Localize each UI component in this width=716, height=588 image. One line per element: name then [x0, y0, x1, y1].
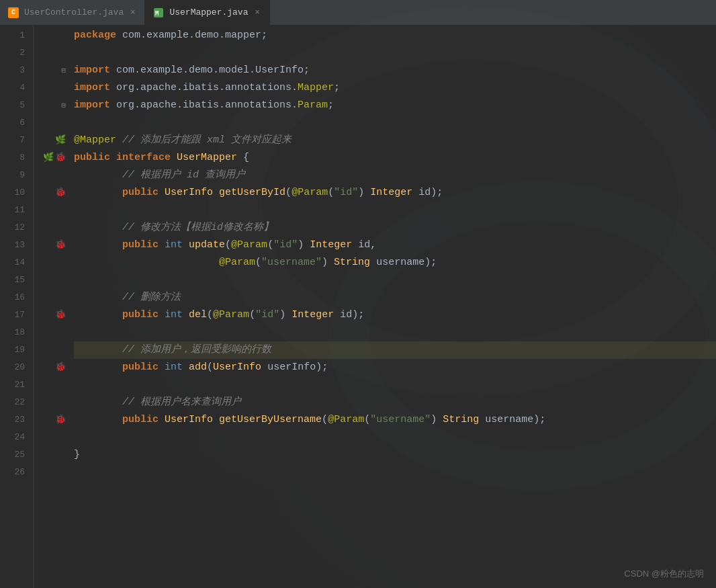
comment-update: // 修改方法【根据id修改名称】: [74, 219, 273, 237]
ln-10: 10: [14, 184, 28, 202]
import-mapper-annotation: Mapper: [298, 79, 334, 97]
debug-icon-20: 🐞: [55, 359, 66, 376]
type-string-1: String: [334, 254, 370, 271]
ln-8: 8: [19, 149, 28, 167]
gutter-8: 🌿 🐞: [34, 149, 69, 167]
package-path: com.example.demo.mapper;: [116, 27, 267, 44]
class-usermapper: UserMapper: [177, 149, 237, 167]
kw-public-1: public: [74, 149, 110, 167]
gutter-22: [34, 394, 69, 411]
watermark: CSDN @粉色的志明: [624, 568, 704, 580]
gutter-24: [34, 429, 69, 446]
gutter-7: 🌿: [34, 132, 69, 149]
type-integer-1: Integer: [370, 184, 412, 202]
paren-20a: (: [207, 359, 213, 376]
code-line-26: [74, 464, 716, 481]
paren-14b: ): [322, 254, 334, 271]
gutter-25: [34, 446, 69, 464]
kw-import-3: import: [74, 97, 110, 114]
import-path-3: org.apache.ibatis.annotations.: [110, 97, 298, 114]
ln-3: 3: [19, 62, 28, 79]
debug-icon-13: 🐞: [55, 237, 66, 254]
gutter-12: [34, 219, 69, 237]
fold-icon-3[interactable]: ⊟: [61, 62, 66, 79]
tab-mapper-close[interactable]: ×: [253, 7, 261, 19]
line-numbers: 1 2 3 4 5 6 7 8 9 10 11 12 13 14 15 16 1…: [0, 26, 34, 588]
gutter-21: [34, 376, 69, 394]
ln-1: 1: [19, 27, 28, 44]
paren-13b: (: [267, 237, 273, 254]
debug-icon-23: 🐞: [55, 411, 66, 429]
code-line-3: import com.example.demo.model.UserInfo;: [74, 62, 716, 79]
code-line-1: package com.example.demo.mapper;: [74, 27, 716, 44]
code-content[interactable]: package com.example.demo.mapper; import …: [69, 26, 716, 588]
method-update: update: [189, 237, 225, 254]
kw-interface: interface: [116, 149, 171, 167]
fold-icon-5[interactable]: ⊟: [61, 97, 66, 114]
ln-18: 18: [14, 324, 28, 341]
tab-bar: C UserController.java × M UserMapper.jav…: [0, 0, 716, 26]
paren-23c: ): [431, 411, 443, 429]
paren-17b: (: [249, 306, 255, 324]
code-line-14: @Param("username") String username);: [74, 254, 716, 271]
tab-user-controller[interactable]: C UserController.java ×: [0, 0, 145, 25]
tab-mapper-label: UserMapper.java: [169, 7, 248, 17]
editor-container: C UserController.java × M UserMapper.jav…: [0, 0, 716, 588]
param-id-3: id);: [334, 306, 364, 324]
paren-17c: ): [279, 306, 292, 324]
code-line-22: // 根据用户名来查询用户: [74, 394, 716, 411]
indent-14: [74, 254, 219, 271]
code-line-18: [74, 324, 716, 341]
space-10b: [213, 184, 219, 202]
code-line-23: public UserInfo getUserByUsername(@Param…: [74, 411, 716, 429]
code-line-9: // 根据用户 id 查询用户: [74, 167, 716, 184]
comment-delete: // 删除方法: [74, 289, 181, 306]
code-line-19: // 添加用户，返回受影响的行数: [74, 341, 716, 359]
gutter-4: [34, 79, 69, 97]
indent-13: [74, 237, 122, 254]
gutter-11: [34, 202, 69, 219]
paren-14a: (: [255, 254, 261, 271]
ln-22: 22: [14, 394, 28, 411]
tab-controller-close[interactable]: ×: [129, 7, 136, 19]
paren-13a: (: [225, 237, 231, 254]
bean-icon-7: 🌿: [55, 132, 66, 149]
method-getbyusername: getUserByUsername: [219, 411, 322, 429]
gutter-1: [34, 27, 69, 44]
code-line-10: public UserInfo getUserById(@Param("id")…: [74, 184, 716, 202]
ln-17: 17: [14, 306, 28, 324]
space-13a: [159, 237, 165, 254]
gutter-20: 🐞: [34, 359, 69, 376]
ln-4: 4: [19, 79, 28, 97]
bean-icon-8a: 🌿: [43, 149, 54, 167]
kw-public-2: public: [122, 184, 159, 202]
kw-public-6: public: [122, 411, 159, 429]
mapper-file-icon: M: [153, 7, 164, 18]
import-path-2: org.apache.ibatis.annotations.: [110, 79, 298, 97]
tab-user-mapper[interactable]: M UserMapper.java ×: [145, 0, 269, 25]
type-integer-2: Integer: [310, 237, 352, 254]
str-username-1: "username": [261, 254, 322, 271]
type-userinfo-3: UserInfo: [165, 411, 213, 429]
param-annotation-4: @Param: [213, 306, 249, 324]
type-int-1: int: [165, 237, 183, 254]
param-id-1: id);: [412, 184, 443, 202]
type-integer-3: Integer: [292, 306, 334, 324]
gutter-13: 🐞: [34, 237, 69, 254]
gutter-17: 🐞: [34, 306, 69, 324]
ln-13: 13: [14, 237, 28, 254]
paren-23a: (: [322, 411, 328, 429]
ln-15: 15: [14, 271, 28, 289]
import-semi-2: ;: [334, 79, 340, 97]
param-username-1: username);: [370, 254, 437, 271]
indent-10: [74, 184, 122, 202]
svg-text:M: M: [155, 10, 159, 17]
code-line-6: [74, 114, 716, 132]
space-23b: [213, 411, 219, 429]
ln-23: 23: [14, 411, 28, 429]
code-area: 1 2 3 4 5 6 7 8 9 10 11 12 13 14 15 16 1…: [0, 26, 716, 588]
space-17a: [159, 306, 165, 324]
kw-import-2: import: [74, 79, 110, 97]
paren-10c: ): [358, 184, 370, 202]
ln-12: 12: [14, 219, 28, 237]
